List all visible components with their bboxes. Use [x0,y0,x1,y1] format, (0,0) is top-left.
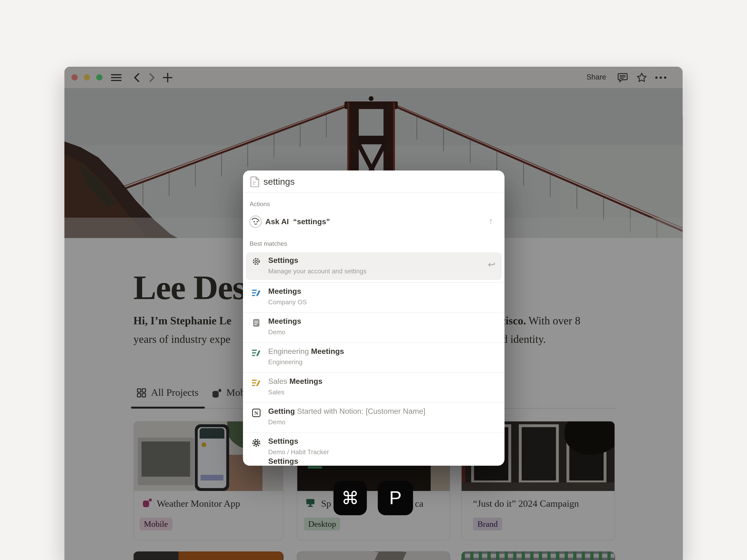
svg-text:N: N [254,410,258,416]
document-icon [250,176,260,187]
result-subtitle: Company OS [268,299,307,306]
arrow-up-icon: ↑ [489,217,493,226]
result-subtitle: Manage your account and settings [268,268,366,275]
ask-ai-label: Ask AI“settings” [265,218,330,226]
gear-solid-icon [252,438,261,448]
result-subtitle: Engineering [268,358,303,366]
meeting-notes-icon [252,378,261,388]
result-subtitle: Demo [268,329,285,336]
ask-ai-prefix: Ask AI [265,218,289,226]
notion-ai-icon [249,215,262,228]
best-matches-section-label: Best matches [250,240,287,247]
notion-logo-icon: N [252,408,261,418]
quick-search-dialog: Actions Ask AI“settings” ↑ Best matches … [243,170,505,466]
meeting-notes-icon [252,288,261,298]
screen: Share [0,0,747,560]
gear-outline-icon [252,257,261,266]
search-input[interactable] [263,176,487,188]
p-key: P [378,481,413,515]
return-icon: ↩ [488,259,495,270]
meeting-notes-icon [252,348,261,357]
ask-ai-query: “settings” [293,218,330,226]
cmd-key: ⌘ [333,481,367,515]
notepad-icon [252,318,261,328]
result-subtitle: Demo [268,419,285,426]
result-subtitle: Sales [268,389,284,396]
result-subtitle: Demo / Habit Tracker [268,449,329,456]
actions-section-label: Actions [250,201,270,208]
